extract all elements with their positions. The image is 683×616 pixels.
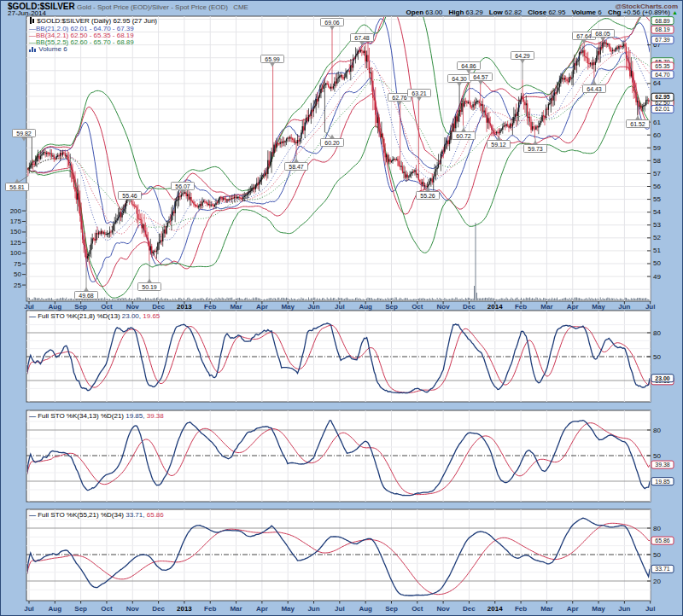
stoch-axis-label: 80 [653, 427, 661, 434]
flag-value: 65.99 [265, 56, 280, 62]
flag-value: 63.21 [412, 90, 427, 96]
month-axis-label: Mar [540, 605, 552, 613]
month-axis-label: Jun [307, 605, 319, 613]
flag-value: 58.47 [289, 164, 304, 170]
price-axis-label: 50 [653, 259, 661, 267]
chg-up-arrow-icon: ▲ [672, 9, 678, 15]
month-axis-label: Jul [335, 605, 345, 613]
stockcharts-gold-silver-ratio-chart: 255075100125150175200JulJulAugAugSepSepO… [0, 0, 683, 616]
open-label: Open [406, 9, 423, 16]
month-axis-label: Dec [152, 303, 165, 311]
flag-value: 59.12 [491, 142, 506, 148]
flag-value: 64.30 [452, 76, 467, 82]
month-axis-label: Nov [126, 303, 140, 311]
month-axis-label: Sep [385, 303, 398, 311]
month-axis-label: Dec [152, 605, 165, 613]
month-axis-label: Apr [256, 605, 268, 613]
month-axis-label: Aug [49, 605, 62, 613]
value-badge: 68.19 [651, 26, 674, 33]
volume-axis-label: 150 [10, 228, 22, 235]
price-axis-label: 52 [653, 234, 661, 241]
price-axis-label: 54 [653, 208, 661, 216]
price-axis-label: 58 [653, 157, 661, 165]
flag-value: 59.82 [16, 131, 32, 137]
month-axis-label: Jul [335, 303, 345, 311]
year-axis-label: 2014 [487, 303, 503, 311]
chg-value: +0.56 (+0.89%) [623, 9, 670, 16]
badge-value: 68.89 [655, 18, 670, 24]
volume-value: 6 [598, 9, 601, 16]
chart-date: 27-Jun-2014 [8, 9, 46, 17]
month-axis-label: Mar [540, 303, 552, 311]
volume-label: Volume [572, 9, 596, 16]
price-axis-label: 64 [653, 79, 661, 87]
month-axis-label: May [281, 303, 295, 311]
stoch-axis-label: 50 [653, 353, 661, 361]
flag-value: 64.57 [473, 74, 488, 80]
badge-value: 19.85 [655, 479, 670, 485]
price-axis-label: 60 [653, 131, 661, 139]
badge-value: 62.01 [655, 106, 670, 112]
month-axis-label: Oct [412, 303, 423, 311]
volume-axis-label: 50 [14, 270, 21, 278]
value-badge: 33.71 [651, 565, 674, 572]
month-axis-label: Apr [567, 303, 579, 311]
value-badge: 68.89 [651, 17, 674, 25]
flag-value: 56.81 [9, 184, 25, 190]
month-axis-label: Oct [101, 605, 113, 613]
volume-axis-label: 175 [10, 218, 22, 225]
flag-value: 64.29 [515, 53, 530, 59]
stoch-axis-label: 50 [653, 551, 661, 559]
flag-value: 62.76 [392, 95, 407, 101]
stoch-axis-label: 80 [653, 329, 661, 337]
value-badge: 62.95 [651, 93, 674, 101]
stoch-axis-label: 50 [653, 452, 661, 460]
month-axis-label: Sep [385, 605, 398, 613]
price-axis-label: 61 [653, 119, 661, 126]
month-axis-label: Aug [49, 303, 62, 311]
close-value: 62.95 [548, 9, 565, 16]
month-axis-label: May [281, 605, 295, 613]
month-axis-label: Apr [256, 303, 268, 311]
low-label: Low [489, 9, 503, 16]
month-axis-label: Dec [463, 303, 476, 311]
badge-value: 65.86 [655, 538, 670, 543]
month-axis-label: Oct [412, 605, 423, 613]
flag-value: 67.48 [354, 35, 370, 41]
value-badge: 62.01 [651, 105, 674, 113]
month-axis-label: Aug [359, 303, 372, 311]
month-axis-label: Nov [437, 303, 451, 311]
flag-value: 50.19 [142, 284, 157, 290]
flag-value: 59.73 [528, 146, 543, 152]
flag-value: 67.64 [576, 33, 592, 39]
price-axis-label: 59 [653, 144, 661, 152]
badge-value: 39.38 [655, 462, 670, 468]
exchange-label: CME [233, 3, 248, 11]
stoch-axis-label: 80 [653, 525, 661, 532]
month-axis-label: Jun [618, 303, 630, 311]
flag-value: 68.05 [595, 31, 610, 37]
volume-axis-label: 75 [14, 260, 21, 268]
value-badge: 19.85 [651, 478, 674, 485]
badge-value: 62.95 [655, 94, 670, 100]
value-badge: 64.70 [651, 71, 674, 78]
price-axis-label: 49 [653, 273, 661, 281]
value-badge: 39.38 [651, 461, 674, 468]
month-axis-label: Sep [74, 303, 87, 311]
volume-axis-label: 125 [10, 239, 22, 247]
flag-value: 69.06 [324, 20, 340, 26]
month-axis-label: Mar [230, 605, 242, 613]
badge-value: 67.39 [655, 37, 670, 43]
month-axis-label: Feb [515, 303, 527, 311]
value-badge: 67.39 [651, 36, 674, 44]
volume-axis-label: 200 [10, 207, 22, 215]
month-axis-label: Oct [101, 303, 113, 311]
month-axis-label: May [592, 605, 605, 613]
value-badges: 62.6065.7068.8962.5065.3568.1962.0164.70… [651, 17, 674, 573]
month-axis-label: Feb [204, 605, 216, 613]
price-axis-label: 51 [653, 247, 661, 254]
flag-pointer [15, 179, 20, 183]
stoch-axis-label: 20 [653, 578, 661, 585]
month-axis-label: Feb [515, 605, 527, 613]
flag-pointer [21, 137, 26, 142]
